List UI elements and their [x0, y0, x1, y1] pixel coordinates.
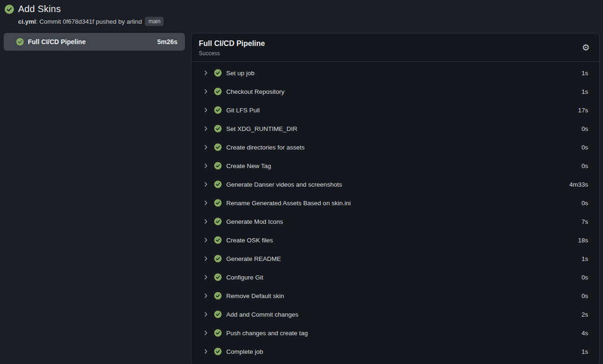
step-name: Git LFS Pull: [226, 107, 578, 114]
run-content: Full CI/CD Pipeline 5m26s Full CI/CD Pip…: [4, 33, 600, 364]
chevron-right-icon: [203, 330, 209, 336]
step-status-success-icon: [214, 311, 222, 318]
chevron-right-icon: [203, 311, 209, 318]
step-name: Create directories for assets: [226, 144, 582, 151]
job-card-full-ci-cd-pipeline[interactable]: Full CI/CD Pipeline 5m26s: [4, 33, 185, 51]
jobs-sidebar: Full CI/CD Pipeline 5m26s: [4, 33, 185, 51]
chevron-right-icon: [203, 255, 209, 262]
step-name: Push changes and create tag: [226, 330, 582, 337]
step-duration: 4s: [582, 330, 588, 337]
step-status-success-icon: [214, 255, 222, 262]
step-row[interactable]: Push changes and create tag 4s: [191, 324, 599, 342]
step-row[interactable]: Set XDG_RUNTIME_DIR 0s: [191, 119, 599, 138]
step-duration: 4m33s: [569, 181, 588, 188]
run-header: Add Skins ci.yml: Commit 0f678d341f push…: [4, 4, 600, 26]
chevron-right-icon: [203, 274, 209, 280]
commit-description: : Commit 0f678d341f pushed by arlind: [36, 18, 142, 25]
step-name: Remove Default skin: [226, 292, 582, 299]
chevron-right-icon: [203, 144, 209, 150]
step-duration: 1s: [582, 88, 588, 95]
step-name: Create OSK files: [226, 237, 578, 244]
job-detail-panel: Full CI/CD Pipeline Success ⚙ Set up job…: [191, 33, 600, 364]
step-duration: 18s: [578, 237, 588, 244]
chevron-right-icon: [203, 181, 209, 188]
step-status-success-icon: [214, 199, 222, 207]
step-status-success-icon: [214, 329, 222, 337]
step-duration: 0s: [582, 292, 588, 299]
workflow-file-name: ci.yml: [18, 18, 36, 25]
step-name: Generate Mod Icons: [226, 218, 582, 225]
step-row[interactable]: Git LFS Pull 17s: [191, 101, 599, 119]
run-status-success-icon: [5, 5, 14, 14]
step-duration: 17s: [578, 107, 588, 114]
step-name: Checkout Repository: [226, 88, 582, 95]
step-duration: 0s: [582, 162, 588, 169]
chevron-right-icon: [203, 237, 209, 243]
step-name: Generate Danser videos and screenshots: [226, 181, 569, 188]
chevron-right-icon: [203, 348, 209, 355]
chevron-right-icon: [203, 200, 209, 206]
step-status-success-icon: [214, 162, 222, 169]
step-row[interactable]: Add and Commit changes 2s: [191, 305, 599, 324]
step-row[interactable]: Configure Git 0s: [191, 268, 599, 286]
step-name: Set up job: [226, 70, 582, 77]
step-duration: 0s: [582, 125, 588, 132]
job-detail-title: Full CI/CD Pipeline: [199, 39, 580, 49]
step-duration: 0s: [582, 200, 588, 207]
chevron-right-icon: [203, 292, 209, 299]
commit-line: ci.yml: Commit 0f678d341f pushed by arli…: [18, 17, 600, 26]
step-status-success-icon: [214, 88, 222, 95]
step-name: Set XDG_RUNTIME_DIR: [226, 125, 582, 132]
chevron-right-icon: [203, 218, 209, 225]
chevron-right-icon: [203, 88, 209, 95]
step-name: Complete job: [226, 348, 582, 355]
step-name: Add and Commit changes: [226, 311, 582, 318]
step-row[interactable]: Generate README 1s: [191, 249, 599, 268]
step-row[interactable]: Generate Danser videos and screenshots 4…: [191, 175, 599, 194]
step-name: Create New Tag: [226, 162, 582, 169]
step-status-success-icon: [214, 125, 222, 132]
step-duration: 0s: [582, 144, 588, 151]
job-status-success-icon: [16, 38, 24, 46]
step-row[interactable]: Complete job 1s: [191, 342, 599, 361]
step-list: Set up job 1s Checkout Repository 1s Git…: [191, 62, 599, 364]
step-name: Configure Git: [226, 274, 582, 281]
chevron-right-icon: [203, 107, 209, 113]
step-duration: 1s: [582, 348, 588, 355]
step-row[interactable]: Create OSK files 18s: [191, 231, 599, 249]
job-detail-status: Success: [199, 50, 580, 57]
step-status-success-icon: [214, 69, 222, 77]
step-status-success-icon: [214, 106, 222, 114]
step-name: Generate README: [226, 255, 582, 262]
step-row[interactable]: Set up job 1s: [191, 64, 599, 82]
step-row[interactable]: Create directories for assets 0s: [191, 138, 599, 156]
step-duration: 7s: [582, 218, 588, 225]
step-status-success-icon: [214, 348, 222, 355]
step-name: Rename Generated Assets Based on skin.in…: [226, 200, 582, 207]
chevron-right-icon: [203, 125, 209, 132]
job-detail-header: Full CI/CD Pipeline Success ⚙: [191, 33, 599, 62]
step-row[interactable]: Rename Generated Assets Based on skin.in…: [191, 194, 599, 212]
step-duration: 0s: [582, 274, 588, 281]
step-status-success-icon: [214, 273, 222, 281]
branch-badge[interactable]: main: [145, 17, 164, 26]
step-duration: 2s: [582, 311, 588, 318]
step-row[interactable]: Remove Default skin 0s: [191, 286, 599, 305]
step-status-success-icon: [214, 236, 222, 244]
step-row[interactable]: Checkout Repository 1s: [191, 82, 599, 101]
job-duration: 5m26s: [157, 38, 177, 46]
step-row[interactable]: Generate Mod Icons 7s: [191, 212, 599, 231]
chevron-right-icon: [203, 70, 209, 76]
actions-run-page: Add Skins ci.yml: Commit 0f678d341f push…: [0, 0, 603, 364]
step-status-success-icon: [214, 292, 222, 299]
run-title: Add Skins: [18, 4, 61, 14]
step-status-success-icon: [214, 143, 222, 151]
step-status-success-icon: [214, 181, 222, 188]
job-name: Full CI/CD Pipeline: [28, 38, 153, 46]
step-duration: 1s: [582, 255, 588, 262]
gear-icon[interactable]: ⚙: [580, 42, 592, 54]
chevron-right-icon: [203, 162, 209, 169]
step-duration: 1s: [582, 70, 588, 77]
step-row[interactable]: Create New Tag 0s: [191, 156, 599, 175]
step-status-success-icon: [214, 218, 222, 225]
